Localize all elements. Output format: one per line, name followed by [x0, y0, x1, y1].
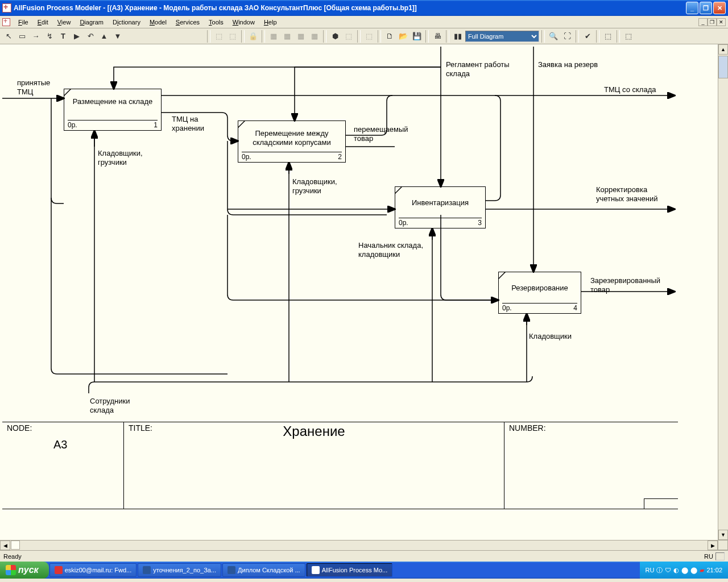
taskbar: пуск eskiz00@mail.ru: Fwd... уточнения_2…	[0, 562, 728, 579]
scroll-up-icon[interactable]: ▲	[718, 44, 728, 55]
box4-title: Резервирование	[499, 272, 581, 295]
menu-window[interactable]: Window	[228, 18, 259, 27]
report-tool[interactable]: ▮▮	[452, 30, 464, 43]
canvas-area[interactable]: принятые ТМЦ Регламент работы склада Зая…	[0, 44, 728, 550]
activity-box-4[interactable]: Резервирование 0р.4	[498, 272, 581, 314]
lang-indicator: RU	[704, 553, 713, 560]
help-tool[interactable]: ⬚	[622, 30, 635, 43]
menu-edit[interactable]: Edit	[33, 18, 53, 27]
status-text: Ready	[3, 553, 22, 560]
link-tool: ⬚	[363, 30, 375, 43]
pointer-tool[interactable]: ↖	[2, 30, 15, 43]
menu-help[interactable]: Help	[259, 18, 282, 27]
text-tool[interactable]: T	[57, 30, 69, 43]
box1-title: Размещение на складе	[64, 89, 161, 109]
menu-view[interactable]: View	[53, 18, 76, 27]
org-tool[interactable]: ⬢	[329, 30, 341, 43]
open-tool[interactable]: 📂	[397, 30, 410, 43]
tree-tool[interactable]: ⬚	[602, 30, 614, 43]
status-indicator	[715, 552, 725, 560]
box1-num: 1	[154, 121, 158, 129]
arrow-tool[interactable]: →	[30, 30, 42, 43]
menu-dictionary[interactable]: Dictionary	[108, 18, 145, 27]
window-title: AllFusion Process Modeler - [(A3) Хранен…	[14, 4, 686, 12]
db-tool-2: ⬚	[226, 30, 239, 43]
play-tool[interactable]: ▶	[71, 30, 83, 43]
label-input: принятые ТМЦ	[17, 78, 50, 97]
minimize-button[interactable]: _	[686, 2, 698, 14]
view-select[interactable]: Full Diagram	[465, 31, 539, 42]
scroll-thumb[interactable]	[718, 56, 728, 78]
box2-num: 2	[338, 153, 342, 161]
grid-tool-4: ▦	[308, 30, 321, 43]
up-tool[interactable]: ▲	[98, 30, 110, 43]
label-mech-shared: Сотрудники склада	[90, 397, 130, 415]
tray-icon-avira[interactable]: ▰	[700, 567, 704, 574]
tray-icon-1[interactable]: ⓘ	[656, 566, 663, 575]
box4-num: 4	[573, 304, 577, 312]
task-item-word2[interactable]: Диплом Складской ...	[222, 563, 305, 577]
mdi-controls: _ ❐ ✕	[698, 18, 726, 26]
task-item-word1[interactable]: уточнения_2_по_За...	[138, 563, 221, 577]
menu-services[interactable]: Services	[171, 18, 204, 27]
maximize-button[interactable]: ❐	[700, 2, 712, 14]
number-subbox	[644, 498, 678, 509]
tray-icon-2[interactable]: ◐	[673, 567, 679, 574]
spell-tool[interactable]: ✔	[581, 30, 594, 43]
label-mech1: Кладовщики, грузчики	[98, 149, 143, 168]
grid-tool-2: ▦	[281, 30, 293, 43]
word-icon	[228, 566, 235, 574]
grid-tool-3: ▦	[295, 30, 307, 43]
label-mech3: Начальник склада, кладовщики	[358, 241, 423, 260]
horizontal-scrollbar[interactable]: ◀ ▶	[0, 540, 718, 550]
box4-cost: 0р.	[502, 304, 512, 312]
zoom-tool[interactable]: 🔍	[547, 30, 560, 43]
lock-tool: 🔒	[247, 30, 259, 43]
box1-cost: 0р.	[68, 121, 77, 129]
print-tool[interactable]: 🖶	[431, 30, 444, 43]
diagram-canvas[interactable]: принятые ТМЦ Регламент работы склада Зая…	[0, 44, 678, 539]
scroll-corner	[718, 540, 728, 550]
label-control-reglament: Регламент работы склада	[446, 60, 510, 79]
system-tray[interactable]: RU ⓘ 🛡 ◐ ⬤ ⬤ ▰ 21:02	[640, 562, 728, 579]
fit-tool[interactable]: ⛶	[561, 30, 573, 43]
label-link-tmc-hranenie: ТМЦ на хранении	[172, 115, 204, 134]
mdi-close[interactable]: ✕	[717, 18, 726, 26]
activity-box-3[interactable]: Инвентаризация 0р.3	[395, 186, 486, 228]
down-tool[interactable]: ▼	[111, 30, 124, 43]
box3-cost: 0р.	[399, 219, 408, 227]
mdi-restore[interactable]: ❐	[708, 18, 717, 26]
title-value: Хранение	[283, 423, 345, 439]
sheet-tab[interactable]	[11, 541, 20, 550]
tray-clock[interactable]: 21:02	[706, 567, 722, 573]
task-item-opera[interactable]: eskiz00@mail.ru: Fwd...	[49, 563, 137, 577]
activity-tool[interactable]: ▭	[16, 30, 28, 43]
menu-tools[interactable]: Tools	[204, 18, 228, 27]
activity-box-2[interactable]: Перемещение между складскими корпусами 0…	[238, 120, 346, 163]
undo-tool[interactable]: ↶	[84, 30, 97, 43]
menu-model[interactable]: Model	[145, 18, 171, 27]
node-value: A3	[53, 438, 67, 451]
label-mech4: Кладовщики	[529, 332, 572, 341]
menu-bar: File Edit View Diagram Dictionary Model …	[0, 16, 728, 28]
scroll-left-icon[interactable]: ◀	[0, 541, 10, 550]
ref-tool: ⬚	[342, 30, 355, 43]
save-tool[interactable]: 💾	[411, 30, 423, 43]
tray-icon-shield[interactable]: 🛡	[665, 567, 671, 573]
tray-lang[interactable]: RU	[646, 567, 655, 573]
activity-box-1[interactable]: Размещение на складе 0р.1	[64, 89, 162, 131]
mdi-minimize[interactable]: _	[698, 18, 708, 26]
squiggle-tool[interactable]: ↯	[43, 30, 56, 43]
menu-file[interactable]: File	[14, 18, 33, 27]
close-button[interactable]: ✕	[713, 2, 726, 14]
scroll-down-icon[interactable]: ▼	[718, 530, 728, 540]
start-button[interactable]: пуск	[0, 562, 49, 579]
vertical-scrollbar[interactable]: ▲ ▼	[718, 44, 728, 540]
menu-diagram[interactable]: Diagram	[75, 18, 108, 27]
new-tool[interactable]: 🗋	[383, 30, 396, 43]
task-item-allfusion[interactable]: AllFusion Process Mo...	[307, 563, 393, 577]
scroll-right-icon[interactable]: ▶	[708, 541, 718, 550]
tray-icon-4[interactable]: ⬤	[690, 567, 697, 574]
tray-icon-3[interactable]: ⬤	[681, 567, 688, 574]
box2-title: Перемещение между складскими корпусами	[238, 121, 345, 150]
